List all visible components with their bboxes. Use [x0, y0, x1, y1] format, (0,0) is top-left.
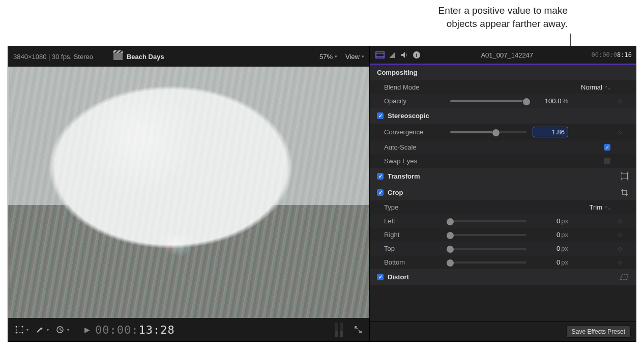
row-blend-mode: Blend Mode Normal⌃⌄	[370, 80, 636, 94]
color-inspector-tab[interactable]	[386, 49, 398, 61]
blend-mode-select[interactable]: Normal⌃⌄	[581, 83, 610, 91]
audio-meter-l	[335, 323, 338, 337]
section-title: Crop	[388, 189, 403, 196]
inspector-body[interactable]: Compositing Blend Mode Normal⌃⌄ Opacity	[370, 65, 636, 321]
row-crop-left: Left 0px ◇	[370, 214, 636, 228]
crop-bottom-label: Bottom	[384, 258, 450, 266]
keyframe-button[interactable]: ◇	[610, 231, 629, 238]
keyframe-button[interactable]: ◇	[610, 259, 629, 266]
convergence-slider[interactable]	[450, 131, 526, 133]
inspector-tabs: i A01_007_142247 00:00:08:16	[370, 46, 636, 65]
audio-inspector-tab[interactable]	[398, 49, 411, 61]
stepper-icon: ⌃⌄	[604, 206, 610, 211]
crop-left-slider[interactable]	[450, 220, 526, 222]
row-crop-right: Right 0px ◇	[370, 228, 636, 242]
section-stereoscopic[interactable]: Stereoscopic	[370, 108, 636, 124]
section-title: Transform	[388, 172, 420, 180]
crop-left-label: Left	[384, 217, 450, 225]
info-inspector-tab[interactable]: i	[411, 49, 423, 61]
row-opacity: Opacity 100.0% ◇	[370, 94, 636, 108]
inspector-footer: Save Effects Preset	[370, 321, 636, 341]
video-inspector-tab[interactable]	[374, 49, 386, 61]
duration-dim: 00:00:0	[592, 51, 618, 58]
enhance-tool-icon[interactable]	[34, 324, 46, 336]
viewer-pane: 3840×1080 | 30 fps, Stereo Beach Days 57…	[8, 46, 370, 341]
row-convergence: Convergence 1.86 ◇	[370, 124, 636, 140]
distort-reset-icon[interactable]	[620, 274, 629, 281]
chevron-down-icon[interactable]: ▾	[47, 328, 49, 332]
distort-checkbox[interactable]	[377, 274, 384, 280]
section-distort[interactable]: Distort	[370, 269, 636, 285]
chevron-down-icon: ▾	[362, 54, 364, 59]
auto-scale-label: Auto-Scale	[384, 143, 450, 151]
crop-top-slider[interactable]	[450, 248, 526, 250]
svg-point-15	[627, 179, 629, 180]
timecode-display[interactable]: 00:00:13:28	[95, 324, 175, 336]
view-dropdown[interactable]: View ▾	[345, 53, 364, 61]
crop-checkbox[interactable]	[377, 189, 384, 196]
chevron-down-icon: ▾	[335, 54, 337, 59]
callout-line2: objects appear farther away.	[0, 17, 568, 31]
section-title: Distort	[388, 273, 409, 281]
svg-point-1	[16, 326, 17, 328]
crop-bottom-slider[interactable]	[450, 261, 526, 264]
audio-meter-r	[340, 323, 343, 337]
svg-point-3	[16, 332, 17, 334]
blend-mode-label: Blend Mode	[384, 83, 450, 91]
stepper-icon: ⌃⌄	[604, 85, 610, 91]
section-crop[interactable]: Crop	[370, 184, 636, 200]
crop-top-value[interactable]: 0px	[533, 245, 568, 252]
crop-type-select[interactable]: Trim⌃⌄	[589, 203, 610, 211]
preview-canvas[interactable]	[8, 67, 369, 318]
opacity-label: Opacity	[384, 97, 450, 105]
duration-hi: 8:16	[617, 51, 632, 58]
opacity-slider[interactable]	[450, 100, 526, 102]
crop-bottom-value[interactable]: 0px	[533, 258, 568, 266]
svg-point-13	[627, 172, 629, 174]
convergence-value-field[interactable]: 1.86	[533, 127, 568, 137]
keyframe-button[interactable]: ◇	[610, 129, 629, 135]
section-transform[interactable]: Transform	[370, 168, 636, 184]
keyframe-button[interactable]: ◇	[610, 98, 629, 104]
zoom-dropdown[interactable]: 57% ▾	[319, 53, 337, 61]
timecode-dim: 00:00:	[95, 324, 138, 336]
crop-right-label: Right	[384, 231, 450, 239]
inspector-pane: i A01_007_142247 00:00:08:16 Compositing…	[370, 46, 636, 341]
viewer-bottom-bar: ▾ ▾ ▾ ▶ 00:00:13:28	[8, 318, 369, 341]
opacity-value[interactable]: 100.0%	[533, 97, 568, 105]
zoom-value: 57%	[319, 53, 333, 61]
svg-point-4	[22, 332, 23, 334]
view-label: View	[345, 53, 360, 61]
crop-reset-icon[interactable]	[621, 188, 629, 196]
swap-eyes-checkbox[interactable]	[604, 158, 610, 164]
chevron-down-icon[interactable]: ▾	[26, 328, 28, 332]
auto-scale-checkbox[interactable]	[604, 144, 610, 151]
convergence-label: Convergence	[384, 128, 450, 136]
transform-reset-icon[interactable]	[621, 172, 629, 180]
callout-line1: Enter a positive value to make	[0, 4, 568, 17]
swap-eyes-label: Swap Eyes	[384, 157, 450, 165]
crop-right-slider[interactable]	[450, 234, 526, 236]
keyframe-button[interactable]: ◇	[610, 218, 629, 224]
section-compositing[interactable]: Compositing	[370, 65, 636, 80]
keyframe-button[interactable]: ◇	[610, 245, 629, 252]
row-crop-type: Type Trim⌃⌄	[370, 200, 636, 214]
blend-mode-value: Normal	[581, 83, 602, 91]
stereoscopic-checkbox[interactable]	[377, 112, 384, 119]
chevron-down-icon[interactable]: ▾	[67, 328, 69, 332]
crop-left-value[interactable]: 0px	[533, 217, 568, 225]
save-effects-preset-button[interactable]: Save Effects Preset	[566, 326, 631, 338]
crop-right-value[interactable]: 0px	[533, 231, 568, 239]
row-crop-bottom: Bottom 0px ◇	[370, 255, 636, 269]
audio-meters	[335, 323, 343, 337]
retime-tool-icon[interactable]	[54, 324, 66, 336]
crop-type-label: Type	[384, 203, 450, 211]
project-title-group[interactable]: Beach Days	[113, 53, 164, 61]
timecode-hi: 13:28	[138, 324, 174, 336]
transform-tool-icon[interactable]	[13, 324, 25, 336]
play-button[interactable]: ▶	[84, 326, 90, 334]
transform-checkbox[interactable]	[377, 173, 384, 180]
section-title: Compositing	[377, 69, 417, 76]
viewer-top-bar: 3840×1080 | 30 fps, Stereo Beach Days 57…	[8, 46, 369, 67]
fullscreen-icon[interactable]	[352, 324, 364, 336]
